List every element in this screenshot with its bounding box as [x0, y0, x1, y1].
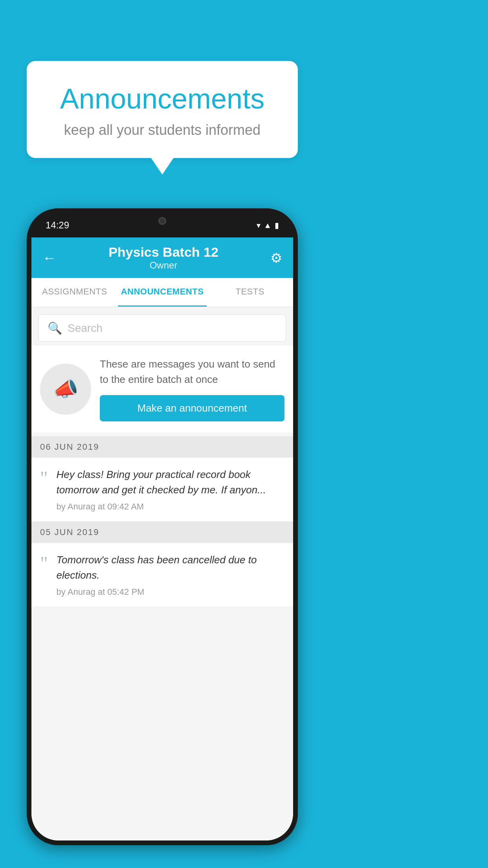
bubble-title: Announcements — [42, 83, 282, 115]
promo-description: These are messages you want to send to t… — [100, 357, 284, 387]
main-content: 🔍 Search 📣 These are messages you want t… — [31, 307, 293, 840]
battery-icon: ▮ — [275, 221, 279, 230]
header-center: Physics Batch 12 Owner — [108, 245, 218, 271]
search-placeholder: Search — [68, 322, 103, 335]
date-separator-1: 06 JUN 2019 — [31, 436, 293, 458]
promo-content: These are messages you want to send to t… — [100, 357, 284, 421]
status-time: 14:29 — [46, 220, 69, 231]
tab-bar: ASSIGNMENTS ANNOUNCEMENTS TESTS — [31, 278, 293, 307]
settings-icon[interactable]: ⚙ — [270, 250, 282, 266]
date-separator-2: 05 JUN 2019 — [31, 522, 293, 543]
megaphone-icon: 📣 — [53, 377, 79, 401]
announcement-text-1: Hey class! Bring your practical record b… — [57, 467, 284, 498]
phone-screen: ← Physics Batch 12 Owner ⚙ ASSIGNMENTS A… — [31, 237, 293, 840]
speech-bubble-card: Announcements keep all your students inf… — [27, 61, 298, 158]
announcement-item-2: " Tomorrow's class has been cancelled du… — [31, 543, 293, 607]
announcement-content-2: Tomorrow's class has been cancelled due … — [57, 552, 284, 597]
search-bar[interactable]: 🔍 Search — [39, 314, 286, 342]
announcement-meta-2: by Anurag at 05:42 PM — [57, 587, 284, 597]
batch-name: Physics Batch 12 — [108, 245, 218, 260]
announcement-meta-1: by Anurag at 09:42 AM — [57, 502, 284, 512]
quote-icon-1: " — [40, 469, 48, 487]
wifi-icon: ▾ — [257, 221, 261, 230]
search-icon: 🔍 — [48, 321, 62, 335]
tab-announcements[interactable]: ANNOUNCEMENTS — [118, 278, 207, 307]
signal-icon: ▲ — [264, 221, 272, 230]
status-icons: ▾ ▲ ▮ — [257, 221, 279, 230]
user-role: Owner — [108, 260, 218, 271]
announcement-text-2: Tomorrow's class has been cancelled due … — [57, 552, 284, 583]
tab-assignments[interactable]: ASSIGNMENTS — [31, 278, 118, 307]
megaphone-circle: 📣 — [40, 364, 91, 415]
app-header: ← Physics Batch 12 Owner ⚙ — [31, 237, 293, 278]
camera — [158, 217, 166, 225]
bubble-subtitle: keep all your students informed — [42, 122, 282, 138]
tab-tests[interactable]: TESTS — [207, 278, 293, 307]
quote-icon-2: " — [40, 554, 48, 573]
promo-card: 📣 These are messages you want to send to… — [31, 346, 293, 432]
power-button — [295, 311, 298, 355]
announcement-content-1: Hey class! Bring your practical record b… — [57, 467, 284, 512]
phone-notch — [139, 213, 186, 227]
announcement-item-1: " Hey class! Bring your practical record… — [31, 458, 293, 522]
make-announcement-button[interactable]: Make an announcement — [100, 395, 284, 421]
phone-device: 14:29 ▾ ▲ ▮ ← Physics Batch 12 Owner ⚙ A… — [27, 208, 298, 845]
back-button[interactable]: ← — [42, 250, 57, 266]
status-bar: 14:29 ▾ ▲ ▮ — [31, 213, 293, 237]
